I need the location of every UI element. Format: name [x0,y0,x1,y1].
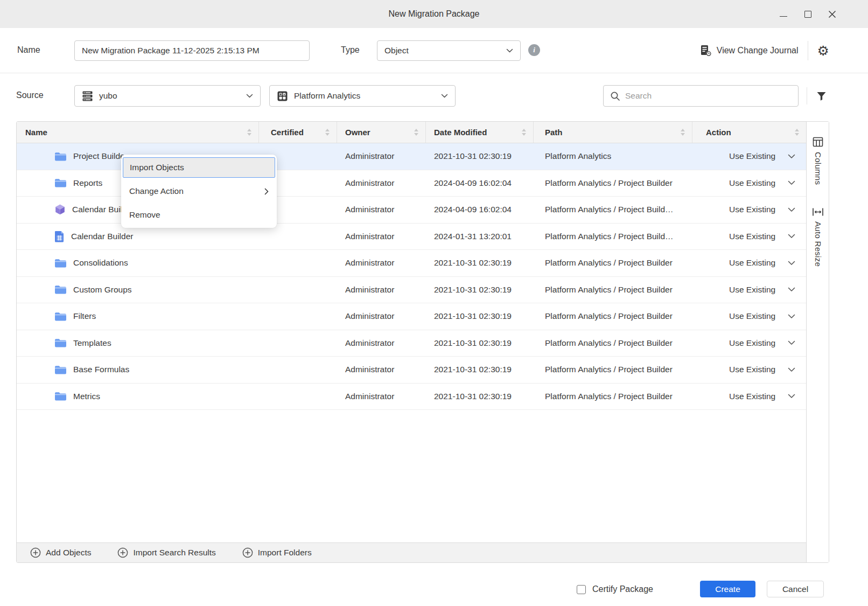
action-dropdown[interactable]: Use Existing [692,384,806,410]
window-title: New Migration Package [0,0,868,28]
table-row[interactable]: Metrics Administrator 2021-10-31 02:30:1… [17,384,806,410]
action-dropdown[interactable]: Use Existing [692,303,806,330]
column-header-action[interactable]: Action [692,122,806,143]
create-button[interactable]: Create [700,581,755,597]
path-cell: Platform Analytics / Project Builder [534,303,692,330]
auto-resize-button[interactable]: Auto Resize [812,207,824,267]
project-select[interactable]: Platform Analytics [269,85,456,107]
sort-icon [681,129,685,136]
object-name: Consolidations [73,258,128,268]
sort-icon [414,129,418,136]
certify-package-checkbox[interactable] [577,585,586,594]
action-dropdown[interactable]: Use Existing [692,197,806,223]
owner-cell: Administrator [337,357,426,383]
object-name: Custom Groups [73,285,132,295]
date-modified-cell: 2021-10-31 02:30:19 [426,384,534,410]
search-box [603,85,799,107]
titlebar: New Migration Package [0,0,868,28]
owner-cell: Administrator [337,197,426,223]
folder-icon [54,258,67,268]
object-name: Metrics [73,392,100,401]
table-row[interactable]: Custom Groups Administrator 2021-10-31 0… [17,277,806,304]
certified-cell [259,277,337,303]
action-dropdown[interactable]: Use Existing [692,224,806,250]
cancel-button[interactable]: Cancel [767,581,824,597]
object-name: Calendar Builder [71,232,133,241]
cube-icon [54,204,66,215]
action-dropdown[interactable]: Use Existing [692,330,806,357]
package-name-input[interactable] [74,40,310,61]
path-cell: Platform Analytics / Project Builder [534,250,692,276]
columns-button[interactable]: Columns [813,137,823,185]
path-cell: Platform Analytics / Project Builder [534,277,692,303]
chevron-down-icon [788,340,795,345]
folder-icon [54,284,67,295]
action-dropdown[interactable]: Use Existing [692,250,806,276]
columns-icon [813,137,823,147]
chevron-down-icon [788,234,795,239]
maximize-icon [804,11,811,18]
action-dropdown[interactable]: Use Existing [692,170,806,197]
type-select[interactable]: Object [377,40,521,61]
table-row[interactable]: Consolidations Administrator 2021-10-31 … [17,250,806,277]
sort-icon [247,129,251,136]
chevron-down-icon [788,207,795,212]
plus-circle-icon [242,547,253,558]
column-header-date-modified[interactable]: Date Modified [426,122,534,143]
table-row[interactable]: Filters Administrator 2021-10-31 02:30:1… [17,303,806,330]
add-objects-button[interactable]: Add Objects [30,547,91,558]
action-dropdown[interactable]: Use Existing [692,357,806,383]
menu-item-import-objects[interactable]: Import Objects [123,157,275,178]
search-input[interactable] [625,91,792,101]
new-migration-package-dialog: New Migration Package Name Type Object i [0,0,868,606]
filter-button[interactable] [815,89,828,102]
change-journal-icon [700,45,712,57]
gear-icon[interactable]: ⚙ [817,44,829,58]
date-modified-cell: 2021-10-31 02:30:19 [426,303,534,330]
server-icon [82,90,93,102]
chevron-down-icon [506,48,513,53]
object-name: Project Builder [73,151,128,161]
table-row[interactable]: Templates Administrator 2021-10-31 02:30… [17,330,806,357]
auto-resize-icon [812,207,824,217]
table-side-toolbar: Columns Auto Resize [807,122,829,562]
minimize-button[interactable] [779,9,788,19]
table-row[interactable]: Base Formulas Administrator 2021-10-31 0… [17,357,806,384]
folder-icon [54,178,67,188]
filter-icon [816,90,827,102]
date-modified-cell: 2021-10-31 02:30:19 [426,330,534,357]
folder-icon [54,391,67,401]
info-icon[interactable]: i [528,44,540,56]
folder-icon [54,151,67,162]
folder-icon [54,311,67,322]
plus-circle-icon [117,547,128,558]
view-change-journal-button[interactable]: View Change Journal [700,45,799,57]
environment-select[interactable]: yubo [74,85,261,107]
import-folders-button[interactable]: Import Folders [242,547,312,558]
close-icon [828,10,836,18]
path-cell: Platform Analytics / Project Build… [534,224,692,250]
minimize-icon [780,16,787,17]
action-dropdown[interactable]: Use Existing [692,277,806,303]
certify-package-label: Certify Package [592,584,653,594]
column-header-path[interactable]: Path [534,122,692,143]
menu-item-change-action[interactable]: Change Action [121,181,277,201]
maximize-button[interactable] [803,9,813,19]
date-modified-cell: 2021-10-31 02:30:19 [426,250,534,276]
close-button[interactable] [827,9,837,19]
chevron-right-icon [264,188,269,195]
certified-cell [259,303,337,330]
import-search-results-button[interactable]: Import Search Results [117,547,215,558]
column-header-certified[interactable]: Certified [259,122,337,143]
action-dropdown[interactable]: Use Existing [692,143,806,170]
menu-item-remove[interactable]: Remove [121,205,277,225]
path-cell: Platform Analytics [534,143,692,170]
sort-icon [522,129,526,136]
column-header-name[interactable]: Name [17,122,259,143]
chevron-down-icon [788,314,795,319]
certified-cell [259,330,337,357]
date-modified-cell: 2024-01-31 13:20:01 [426,224,534,250]
column-header-owner[interactable]: Owner [337,122,426,143]
object-name: Reports [73,178,102,188]
sort-icon [795,129,799,136]
